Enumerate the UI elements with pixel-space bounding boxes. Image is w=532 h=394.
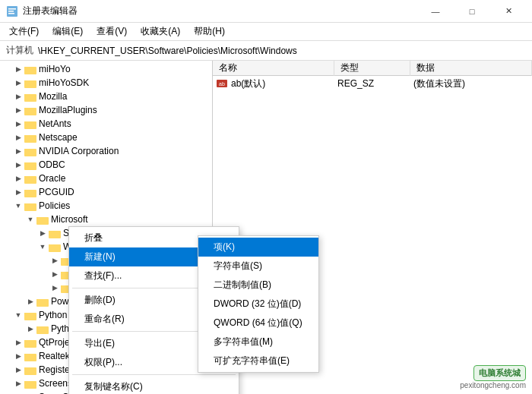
expand-arrow[interactable]: ▶ bbox=[49, 284, 61, 292]
tree-item[interactable]: ▶miHoYo bbox=[0, 62, 212, 76]
expand-arrow[interactable]: ▶ bbox=[12, 65, 24, 73]
tree-item-label: Netscape bbox=[39, 132, 78, 143]
reg-type-cell: REG_SZ bbox=[337, 78, 413, 89]
expand-arrow[interactable]: ▶ bbox=[12, 366, 24, 374]
tree-item-label: ODBC bbox=[39, 159, 65, 170]
expand-arrow[interactable]: ▶ bbox=[12, 339, 24, 346]
expand-arrow[interactable]: ▼ bbox=[12, 311, 24, 319]
menu-edit[interactable]: 编辑(E) bbox=[46, 24, 89, 40]
expand-arrow[interactable]: ▶ bbox=[49, 257, 61, 264]
tree-item[interactable]: ▶PCGUID bbox=[0, 185, 212, 199]
maximize-button[interactable]: □ bbox=[454, 0, 489, 23]
minimize-button[interactable]: — bbox=[418, 0, 453, 23]
expand-arrow[interactable]: ▶ bbox=[12, 134, 24, 141]
folder-icon bbox=[24, 65, 36, 74]
tree-item[interactable]: ▶Netscape bbox=[0, 131, 212, 144]
tree-item[interactable]: ▶ODBC bbox=[0, 158, 212, 172]
submenu-item-dword[interactable]: DWORD (32 位)值(D) bbox=[198, 295, 318, 314]
submenu-item-string[interactable]: 字符串值(S) bbox=[198, 257, 318, 276]
svg-rect-2 bbox=[8, 11, 14, 12]
tree-item[interactable]: ▶MozillaPlugins bbox=[0, 103, 212, 117]
submenu-item-qword[interactable]: QWORD (64 位)值(Q) bbox=[198, 314, 318, 333]
menu-help[interactable]: 帮助(H) bbox=[188, 24, 231, 40]
expand-arrow[interactable]: ▶ bbox=[12, 79, 24, 87]
expand-arrow[interactable]: ▶ bbox=[12, 188, 24, 196]
folder-icon bbox=[24, 78, 36, 88]
tree-item-label: NVIDIA Corporation bbox=[39, 146, 119, 156]
tree-item[interactable]: ▶Oracle bbox=[0, 172, 212, 185]
ctx-item-label: 折叠 bbox=[84, 232, 103, 244]
tree-item[interactable]: ▶NetAnts bbox=[0, 117, 212, 131]
expand-arrow[interactable]: ▼ bbox=[36, 243, 49, 251]
menu-view[interactable]: 查看(V) bbox=[90, 24, 133, 40]
expand-arrow[interactable]: ▶ bbox=[12, 175, 24, 182]
folder-icon bbox=[49, 229, 61, 238]
address-path: \HKEY_CURRENT_USER\Software\Policies\Mic… bbox=[38, 46, 297, 56]
folder-icon bbox=[24, 147, 36, 156]
close-button[interactable]: ✕ bbox=[491, 0, 526, 23]
expand-arrow[interactable]: ▶ bbox=[12, 352, 24, 360]
submenu-item-multi-string[interactable]: 多字符串值(M) bbox=[198, 333, 318, 351]
folder-icon bbox=[24, 106, 36, 115]
ctx-item-label: 重命名(R) bbox=[84, 313, 125, 326]
title-bar-controls: — □ ✕ bbox=[418, 0, 526, 23]
folder-icon bbox=[36, 324, 49, 334]
app-icon bbox=[6, 5, 18, 17]
new-submenu[interactable]: 项(K)字符串值(S)二进制制值(B)DWORD (32 位)值(D)QWORD… bbox=[198, 235, 319, 373]
expand-arrow[interactable]: ▶ bbox=[12, 93, 24, 100]
expand-arrow[interactable]: ▶ bbox=[36, 229, 49, 237]
menu-file[interactable]: 文件(F) bbox=[3, 24, 45, 40]
address-label: 计算机 bbox=[6, 44, 33, 57]
ctx-item-label: 新建(N) bbox=[84, 251, 116, 263]
window-title: 注册表编辑器 bbox=[23, 5, 78, 17]
watermark-url: pexitongcheng.com bbox=[460, 381, 526, 389]
tree-item-label: miHoYo bbox=[39, 64, 71, 74]
folder-icon bbox=[36, 297, 49, 307]
reg-data-cell: (数值未设置) bbox=[413, 77, 529, 90]
table-row[interactable]: abab(默认)REG_SZ(数值未设置) bbox=[213, 76, 532, 91]
folder-icon bbox=[24, 92, 36, 102]
menu-bar: 文件(F) 编辑(E) 查看(V) 收藏夹(A) 帮助(H) bbox=[0, 23, 532, 41]
menu-favorites[interactable]: 收藏夹(A) bbox=[135, 24, 186, 40]
col-name: 名称 bbox=[213, 61, 334, 76]
separator bbox=[72, 374, 236, 375]
column-headers: 名称 类型 数据 bbox=[213, 61, 532, 76]
ctx-item-label: 权限(P)... bbox=[84, 356, 122, 369]
tree-item[interactable]: ▼Policies bbox=[0, 199, 212, 213]
reg-name-cell: abab(默认) bbox=[216, 77, 337, 90]
submenu-item-expandable-string[interactable]: 可扩充字符串值(E) bbox=[198, 351, 318, 370]
expand-arrow[interactable]: ▶ bbox=[12, 106, 24, 114]
tree-item[interactable]: ▼Microsoft bbox=[0, 213, 212, 226]
context-menu-item-copy-name[interactable]: 复制键名称(C) bbox=[69, 377, 239, 394]
expand-arrow[interactable]: ▼ bbox=[24, 216, 36, 223]
expand-arrow[interactable]: ▶ bbox=[49, 270, 61, 278]
folder-icon bbox=[49, 242, 61, 252]
folder-icon bbox=[36, 215, 49, 225]
reg-value-icon: ab bbox=[216, 78, 228, 89]
folder-icon bbox=[24, 351, 36, 361]
folder-icon bbox=[24, 365, 36, 375]
watermark: 电脑系统城 pexitongcheng.com bbox=[460, 365, 526, 389]
reg-name-label: ab(默认) bbox=[231, 77, 265, 90]
tree-item-label: Realtek bbox=[39, 351, 70, 361]
expand-arrow[interactable]: ▶ bbox=[12, 161, 24, 169]
title-bar: 注册表编辑器 — □ ✕ bbox=[0, 0, 532, 23]
svg-rect-1 bbox=[8, 8, 16, 10]
col-data: 数据 bbox=[410, 61, 532, 76]
tree-item[interactable]: ▶NVIDIA Corporation bbox=[0, 144, 212, 158]
submenu-item-binary[interactable]: 二进制制值(B) bbox=[198, 276, 318, 295]
expand-arrow[interactable]: ▶ bbox=[12, 380, 24, 387]
tree-item[interactable]: ▶miHoYoSDK bbox=[0, 76, 212, 90]
expand-arrow[interactable]: ▼ bbox=[12, 202, 24, 210]
folder-icon bbox=[24, 379, 36, 389]
tree-item-label: MozillaPlugins bbox=[39, 105, 97, 115]
folder-icon bbox=[24, 338, 36, 348]
tree-item[interactable]: ▶Mozilla bbox=[0, 90, 212, 103]
submenu-item-key[interactable]: 项(K) bbox=[198, 238, 318, 257]
svg-rect-3 bbox=[8, 13, 14, 14]
expand-arrow[interactable]: ▶ bbox=[24, 325, 36, 333]
tree-item-label: Policies bbox=[39, 200, 70, 211]
expand-arrow[interactable]: ▶ bbox=[12, 147, 24, 155]
expand-arrow[interactable]: ▶ bbox=[24, 298, 36, 305]
expand-arrow[interactable]: ▶ bbox=[12, 120, 24, 128]
